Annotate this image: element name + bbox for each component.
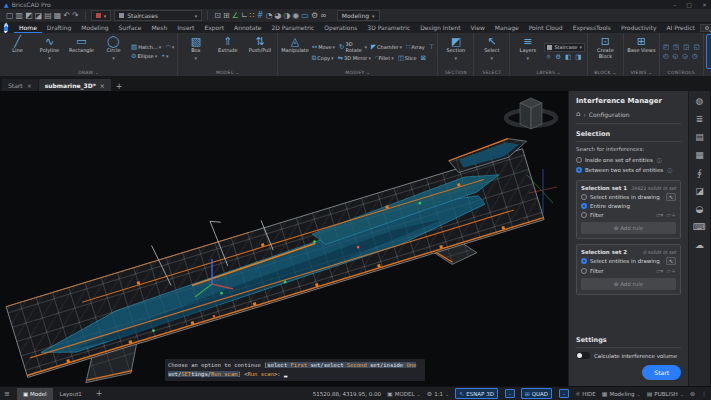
hatch--button[interactable]: ▨Hatch...▾ — [130, 43, 162, 51]
control-dyn-icon-button[interactable]: ◶ — [681, 52, 689, 60]
toggle-switch[interactable] — [576, 352, 590, 359]
start-button[interactable]: Start — [642, 365, 681, 380]
polyline-button[interactable]: ∿Polyline▾ — [34, 34, 65, 69]
new-file-icon[interactable]: ▢ — [5, 11, 15, 20]
minimize-button[interactable]: – — [673, 1, 676, 8]
tab-expresstools[interactable]: ExpressTools — [568, 23, 616, 33]
undo-icon[interactable]: ↶ — [62, 11, 71, 20]
snap-icon[interactable]: ⊞ — [222, 11, 231, 20]
slice-button[interactable]: ◫Slice — [397, 54, 418, 62]
tab-operations[interactable]: Operations — [319, 23, 362, 33]
control-grid-icon-button[interactable]: ◲ — [682, 43, 690, 51]
chevron-down-icon[interactable]: ⌄ — [505, 389, 515, 398]
tab-insert[interactable]: Insert — [172, 23, 199, 33]
create-block-button[interactable]: ⊡Create Block — [590, 34, 621, 69]
tab-manage[interactable]: Manage — [490, 23, 524, 33]
radio-select-entities-in-drawing[interactable]: Select entities in drawing↖ — [581, 257, 676, 265]
radio-icon[interactable] — [576, 167, 582, 173]
base-views-button[interactable]: ⊞Base Views — [626, 34, 657, 69]
shaded-view-icon[interactable]: ◕ — [273, 11, 282, 20]
doc-tab-submarine-3d-[interactable]: submarine_3D*× — [39, 79, 111, 91]
pick-in-drawing-icon[interactable]: ↖ — [666, 193, 676, 201]
close-icon[interactable]: × — [100, 82, 105, 89]
tab-mesh[interactable]: Mesh — [146, 23, 172, 33]
rectangle-button[interactable]: ▭Rectangle — [66, 34, 97, 69]
tab-point-cloud[interactable]: Point Cloud — [524, 23, 568, 33]
add-rule-button[interactable]: ⊕ Add rule — [581, 278, 676, 290]
open-filter-icon[interactable]: ▱▾ — [656, 211, 664, 218]
radio-select-entities-in-drawing[interactable]: Select entities in drawing↖ — [581, 193, 676, 201]
pick-in-drawing-icon[interactable]: ↖ — [666, 257, 676, 265]
layout-menu-icon[interactable]: ≡ — [4, 390, 10, 398]
wire-view-icon[interactable]: ◑ — [282, 11, 291, 20]
quad-toggle[interactable]: ⊞QUAD — [521, 388, 552, 399]
open-file-icon[interactable]: ▥ — [15, 11, 25, 20]
layer-on-icon-button[interactable]: ☼ — [544, 53, 552, 61]
sketch-feature-button[interactable]: ✎Sketch Feature — [706, 34, 711, 69]
layer-isolate-icon-button[interactable]: ◨ — [574, 53, 582, 61]
plot-preview-icon[interactable]: ▦ — [53, 11, 63, 20]
tab-3d-parametric[interactable]: 3D Parametric — [362, 23, 415, 33]
control-view-icon-button[interactable]: ◱ — [692, 43, 700, 51]
mechanical-browser-icon[interactable]: ◍ — [696, 97, 704, 106]
fillet-button[interactable]: ◜Fillet▾ — [374, 54, 395, 62]
control-ucs-icon-button[interactable]: ◰ — [662, 43, 670, 51]
radio-inside-one-set[interactable]: Inside one set of entities ⓘ — [576, 157, 681, 163]
notification-bell-icon[interactable]: ⊚ — [690, 390, 695, 397]
control-snap-icon-button[interactable]: ◴ — [662, 52, 670, 60]
tab-export[interactable]: Export — [199, 23, 229, 33]
extrude-button[interactable]: ⇑Extrude — [212, 34, 243, 69]
workspace-dropdown[interactable]: Modeling ▾ — [337, 10, 380, 21]
radio-between-two-sets[interactable]: Between two sets of entities ⓘ — [576, 167, 681, 173]
orbit-view-icon[interactable]: ◔ — [264, 11, 273, 20]
link-icon[interactable]: ∞ — [319, 11, 328, 20]
tab-surface[interactable]: Surface — [114, 23, 147, 33]
array-button[interactable]: ∷Array — [405, 43, 426, 51]
tab-modeling[interactable]: Modeling — [76, 23, 113, 33]
section-button[interactable]: ◩Section▾ — [440, 34, 471, 69]
control-axes-icon-button[interactable]: ◳ — [672, 43, 680, 51]
drawing-viewport[interactable]: Choose an option to continue [select Fir… — [0, 91, 568, 386]
entity-color-dropdown[interactable]: ▾ — [91, 10, 112, 21]
tab-view[interactable]: View — [466, 23, 490, 33]
properties-icon[interactable]: ≣ — [696, 115, 704, 124]
layer-dropdown[interactable]: Staircases ▾ — [114, 10, 202, 21]
spline-icon-button[interactable]: ◠▾ — [164, 43, 175, 51]
ribbon-search[interactable] — [700, 24, 711, 32]
model-space-toggle[interactable]: ▣MODEL⌄ — [387, 390, 421, 397]
radio-icon[interactable] — [581, 212, 587, 218]
settings-gear-icon[interactable]: ⚙ — [310, 11, 319, 20]
radio-icon[interactable] — [581, 194, 587, 200]
save-icon[interactable]: ◩ — [24, 11, 34, 20]
dyn-icon[interactable]: ∷ — [249, 11, 256, 20]
print-icon[interactable]: ▤ — [43, 11, 53, 20]
radio-icon[interactable] — [581, 268, 587, 274]
publish-menu[interactable]: ▤PUBLISH⌄ — [647, 390, 684, 397]
radio-filter[interactable]: Filter▱▾▱+ — [581, 211, 676, 218]
control-track-icon-button[interactable]: ◵ — [672, 52, 680, 60]
manipulate-button[interactable]: ◬Manipulate — [280, 34, 309, 69]
radio-icon[interactable] — [581, 203, 587, 209]
layers-panel-icon[interactable]: ▤ — [695, 133, 704, 142]
radio-icon[interactable] — [581, 258, 587, 264]
bricsys-cloud-icon[interactable]: ☁ — [695, 241, 704, 250]
tab-2d-parametric[interactable]: 2D Parametric — [267, 23, 320, 33]
hide-toggle[interactable]: ☼HIDE — [575, 390, 596, 397]
close-icon[interactable]: × — [27, 82, 32, 89]
control-units-icon-button[interactable]: ◷ — [691, 52, 699, 60]
ribbon-layer-dropdown[interactable]: Staircase▾ — [544, 43, 585, 52]
layers-button[interactable]: ≡Layers▾ — [512, 34, 543, 69]
new-filter-icon[interactable]: ▱+ — [666, 267, 676, 274]
overflow-menu[interactable]: ⋮ — [701, 390, 707, 397]
radio-entire-drawing[interactable]: Entire drawing — [581, 203, 676, 209]
sheets-icon[interactable]: ◪ — [695, 187, 704, 196]
tab-productivity[interactable]: Productivity — [616, 23, 662, 33]
redo-icon[interactable]: ↷ — [71, 11, 80, 20]
new-filter-icon[interactable]: ▱+ — [666, 211, 676, 218]
align-icon-button[interactable]: ⊠ — [420, 54, 427, 62]
tab-ai-predict[interactable]: AI Predict — [661, 23, 699, 33]
point-icon-button[interactable]: •▾ — [160, 52, 169, 60]
layer-lock-icon-button[interactable]: ◧ — [564, 53, 572, 61]
esnap-3d-toggle[interactable]: ↖ESNAP 3D — [455, 388, 498, 399]
tab-design-intent[interactable]: Design Intent — [415, 23, 465, 33]
